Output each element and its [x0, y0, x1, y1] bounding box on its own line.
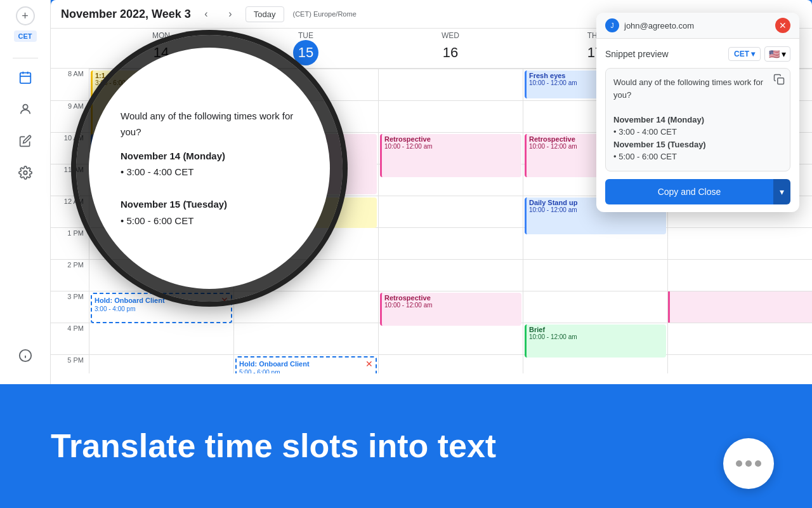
wed-3pm: Retrospective 10:00 - 12:00 am	[378, 291, 523, 323]
fri-4pm	[667, 323, 812, 354]
fri-1pm	[667, 227, 812, 259]
tue-4pm	[233, 323, 378, 354]
fri-3pm	[667, 291, 812, 323]
cet-timezone-badge: CET	[14, 30, 37, 42]
event-retro-wed-3pm[interactable]: Retrospective 10:00 - 12:00 am	[380, 293, 521, 326]
bottom-tagline: Translate time slots into text	[51, 428, 496, 464]
svg-point-4	[23, 105, 27, 109]
mon-4pm	[89, 323, 233, 354]
svg-rect-0	[20, 73, 30, 84]
remove-hold-tue[interactable]: ✕	[365, 359, 373, 369]
wed-4pm	[378, 323, 523, 354]
sidebar: + CET	[0, 0, 51, 384]
magnifier-intro: Would any of the following times work fo…	[121, 108, 298, 140]
wed-5pm	[378, 354, 523, 373]
wed-1pm	[378, 227, 523, 259]
magnifier-date2: November 15 (Tuesday) • 5:00 - 6:00 CET	[121, 196, 298, 229]
contact-email: john@agreeto.com	[624, 21, 694, 30]
chat-dots	[736, 460, 761, 467]
mon-5pm	[89, 354, 233, 373]
fri-event-partial	[668, 291, 812, 323]
chat-dot-3	[755, 460, 761, 467]
event-brief-thu[interactable]: Brief 10:00 - 12:00 am	[525, 324, 666, 358]
time-3pm: 3 PM	[51, 291, 89, 323]
flag-selector-button[interactable]: 🇺🇸 ▾	[764, 46, 790, 62]
thu-3pm	[523, 291, 667, 323]
tue-3pm	[233, 291, 378, 323]
snippet-intro-text: Would any of the following times work fo…	[613, 76, 782, 163]
snippet-date2-slot: • 5:00 - 6:00 CET	[613, 152, 677, 161]
sidebar-divider	[13, 58, 38, 58]
snippet-preview-row: Snippet preview CET ▾ 🇺🇸 ▾	[605, 46, 790, 62]
time-8am: 8 AM	[51, 69, 89, 100]
today-button[interactable]: Today	[246, 6, 284, 22]
copy-text-button[interactable]	[773, 74, 785, 88]
wed-10am: Retrospective 10:00 - 12:00 am	[378, 132, 523, 164]
calendar-title: November 2022, Week 3	[61, 8, 191, 21]
prev-week-button[interactable]: ‹	[197, 5, 215, 23]
wed-12am	[378, 196, 523, 227]
snippet-content: Snippet preview CET ▾ 🇺🇸 ▾ Would any	[596, 39, 799, 212]
edit-icon[interactable]	[13, 128, 38, 154]
svg-point-5	[23, 171, 27, 175]
chat-bubble[interactable]	[723, 438, 774, 489]
thu-2pm	[523, 259, 667, 291]
magnifier-date1: November 14 (Monday) • 3:00 - 4:00 CET	[121, 148, 298, 180]
time-1pm: 1 PM	[51, 227, 89, 259]
chat-dot-2	[745, 460, 752, 467]
add-calendar-button[interactable]: +	[16, 6, 35, 25]
wed-8am	[378, 69, 523, 100]
contact-avatar: J	[605, 18, 619, 32]
tue-5pm: Hold: Onboard Client ✕ 5:00 - 6:00 pm	[233, 354, 378, 373]
snippet-header: J john@agreeto.com ✕	[596, 13, 799, 39]
svg-rect-9	[778, 78, 784, 84]
event-retro-wed[interactable]: Retrospective 10:00 - 12:00 am	[380, 134, 521, 177]
snippet-date2-label: November 15 (Tuesday)	[613, 140, 706, 149]
snippet-contact: J john@agreeto.com	[605, 18, 694, 32]
info-icon[interactable]	[13, 343, 38, 368]
cet-selector: CET ▾ 🇺🇸 ▾	[728, 46, 790, 62]
snippet-date1-label: November 14 (Monday)	[613, 115, 704, 124]
settings-icon[interactable]	[13, 160, 38, 185]
chat-dot-1	[736, 460, 742, 467]
app-wrapper: + CET November 2022, Week 3 ‹ › Today (C	[0, 0, 812, 508]
time-2pm: 2 PM	[51, 259, 89, 291]
person-icon[interactable]	[13, 97, 38, 122]
next-week-button[interactable]: ›	[221, 5, 239, 23]
event-hold-tue[interactable]: Hold: Onboard Client ✕ 5:00 - 6:00 pm	[235, 356, 377, 373]
time-4pm: 4 PM	[51, 323, 89, 354]
fri-2pm	[667, 259, 812, 291]
time-5pm: 5 PM	[51, 354, 89, 373]
timezone-label: (CET) Europe/Rome	[293, 10, 357, 18]
copy-close-row: Copy and Close ▾	[605, 179, 790, 204]
snippet-panel: J john@agreeto.com ✕ Snippet preview CET…	[596, 13, 799, 212]
bottom-section: Translate time slots into text	[0, 384, 812, 508]
wed-2pm	[378, 259, 523, 291]
copy-close-button[interactable]: Copy and Close	[605, 179, 773, 204]
magnifier-content: Would any of the following times work fo…	[108, 95, 311, 242]
thu-4pm: Brief 10:00 - 12:00 am	[523, 323, 667, 354]
sidebar-bottom	[13, 343, 38, 375]
snippet-preview-label: Snippet preview	[605, 49, 669, 59]
calendar-icon[interactable]	[13, 65, 38, 90]
fri-5pm	[667, 354, 812, 373]
cet-timezone-button[interactable]: CET ▾	[728, 47, 761, 61]
close-snippet-button[interactable]: ✕	[775, 18, 790, 33]
magnifier-overlay: Would any of the following times work fo…	[76, 35, 343, 302]
wed-9am	[378, 100, 523, 132]
magnifier-inner: Would any of the following times work fo…	[89, 48, 330, 289]
snippet-date1-slot: • 3:00 - 4:00 CET	[613, 127, 677, 137]
day-header-wed: Wed 16	[378, 31, 523, 65]
snippet-text-box: Would any of the following times work fo…	[605, 68, 790, 171]
copy-close-dropdown-button[interactable]: ▾	[773, 179, 790, 204]
